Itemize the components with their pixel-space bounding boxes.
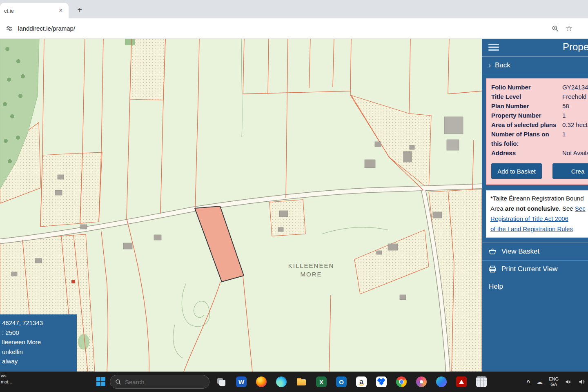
copilot-icon[interactable] — [434, 372, 449, 392]
url-input[interactable] — [18, 25, 552, 32]
taskbar-widget-text[interactable]: ws mot... — [1, 373, 12, 385]
taskbar: ws mot... — [0, 372, 588, 392]
basket-icon — [488, 247, 497, 256]
svg-text:KILLEENEEN: KILLEENEEN — [288, 262, 334, 269]
svg-text:MORE: MORE — [301, 271, 322, 278]
detail-row: Area of selected plans 0.32 hecta — [491, 120, 588, 129]
panel-title: Prope — [563, 41, 588, 53]
detail-row: Folio Number GY24134F — [491, 82, 588, 92]
map-scale: : 2500 — [2, 328, 75, 338]
address-bar: ☆ — [0, 18, 588, 39]
detail-row: Property Number 1 — [491, 111, 588, 120]
print-current-view-button[interactable]: Print Current View — [482, 260, 588, 278]
search-icon — [115, 379, 121, 385]
property-panel: Prope › Back Folio Number GY24134F Title… — [482, 39, 588, 372]
excel-icon[interactable] — [314, 372, 329, 392]
firefox-icon[interactable] — [254, 372, 269, 392]
photos-icon[interactable] — [414, 372, 429, 392]
file-explorer-icon[interactable] — [294, 372, 309, 392]
chevron-right-icon: › — [488, 61, 491, 70]
back-label: Back — [495, 61, 510, 69]
registration-rules-link[interactable]: of the Land Registration Rules — [490, 225, 573, 232]
map-info-box: 46247, 721343 : 2500 lleeneen More unkel… — [0, 314, 77, 372]
map-townland: lleeneen More — [2, 337, 75, 347]
panel-header: Prope — [482, 39, 588, 56]
small-structure — [71, 280, 75, 283]
section-link[interactable]: Sec — [575, 205, 586, 212]
detail-row: Title Level Freehold — [491, 92, 588, 101]
detail-row: Number of Plans on this folio: 1 — [491, 129, 588, 148]
bookmark-star-icon[interactable]: ☆ — [566, 24, 572, 33]
site-settings-icon[interactable] — [6, 25, 13, 32]
registration-disclaimer: *Tailte Éireann Registration Bound Area … — [486, 190, 588, 238]
title-act-link[interactable]: Registration of Title Act 2006 — [490, 215, 568, 222]
printer-icon — [488, 265, 497, 273]
help-button[interactable]: Help — [482, 278, 588, 295]
tray-chevron-up-icon[interactable]: ^ — [526, 379, 530, 385]
start-button[interactable] — [94, 372, 108, 392]
add-to-basket-button[interactable]: Add to Basket — [491, 163, 542, 179]
speaker-icon[interactable] — [565, 378, 572, 385]
windows-logo-icon — [96, 377, 105, 386]
browser-tab-strip: ct.ie × + — [0, 0, 588, 18]
map-county: alway — [2, 356, 75, 366]
detail-row: Plan Number 58 — [491, 101, 588, 111]
amazon-icon[interactable] — [354, 372, 369, 392]
map-coordinates: 46247, 721343 — [2, 318, 75, 328]
edge-icon[interactable] — [274, 372, 289, 392]
onedrive-cloud-icon[interactable]: ☁ — [536, 378, 543, 386]
calculator-icon[interactable] — [474, 372, 489, 392]
folio-details-box: Folio Number GY24134F Title Level Freeho… — [486, 78, 588, 185]
map-barony: unkellin — [2, 347, 75, 357]
window-stack-icon[interactable] — [214, 372, 229, 392]
detail-row: Address Not Availa — [491, 148, 588, 158]
chrome-icon[interactable] — [394, 372, 409, 392]
map-canvas[interactable]: KILLEENEEN MORE 46247, 721343 : 2500 lle… — [0, 39, 482, 372]
language-indicator[interactable]: ENG GA — [549, 376, 559, 387]
zoom-icon[interactable] — [552, 25, 559, 32]
browser-tab[interactable]: ct.ie × — [0, 3, 69, 18]
menu-icon[interactable] — [488, 44, 499, 52]
volume-icon[interactable] — [578, 378, 586, 385]
tab-close-icon[interactable]: × — [57, 7, 65, 14]
dropbox-icon[interactable] — [374, 372, 389, 392]
view-basket-button[interactable]: View Basket — [482, 243, 588, 260]
word-icon[interactable] — [234, 372, 249, 392]
search-input[interactable] — [125, 379, 194, 385]
acrobat-icon[interactable] — [454, 372, 469, 392]
create-button[interactable]: Crea — [552, 163, 588, 179]
tab-title: ct.ie — [4, 8, 57, 14]
outlook-icon[interactable] — [334, 372, 349, 392]
back-button[interactable]: › Back — [482, 56, 588, 74]
taskbar-search[interactable] — [110, 375, 209, 389]
new-tab-button[interactable]: + — [74, 5, 85, 16]
